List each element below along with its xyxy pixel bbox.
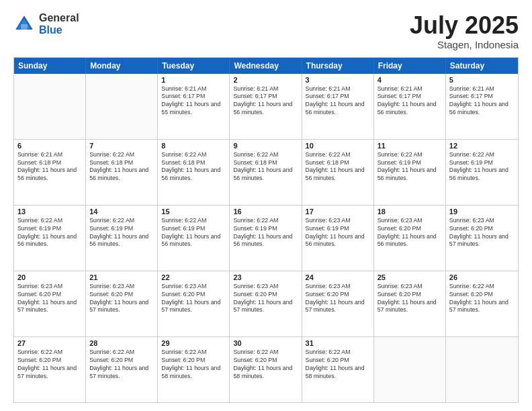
- svg-rect-2: [21, 24, 28, 30]
- calendar-row-4: 27Sunrise: 6:22 AM Sunset: 6:20 PM Dayli…: [14, 336, 518, 402]
- day-cell-empty: [374, 337, 446, 402]
- calendar-row-2: 13Sunrise: 6:22 AM Sunset: 6:19 PM Dayli…: [14, 205, 518, 271]
- day-cell-14: 14Sunrise: 6:22 AM Sunset: 6:19 PM Dayli…: [86, 205, 158, 271]
- day-cell-empty: [86, 74, 158, 139]
- day-number: 30: [233, 339, 298, 347]
- day-number: 14: [89, 208, 154, 216]
- cell-detail: Sunrise: 6:21 AM Sunset: 6:18 PM Dayligh…: [17, 151, 82, 183]
- header: General Blue July 2025 Stagen, Indonesia: [13, 12, 519, 50]
- day-cell-8: 8Sunrise: 6:22 AM Sunset: 6:18 PM Daylig…: [158, 140, 230, 205]
- calendar-body: 1Sunrise: 6:21 AM Sunset: 6:17 PM Daylig…: [14, 74, 518, 402]
- day-cell-empty: [446, 337, 518, 402]
- logo: General Blue: [13, 12, 79, 36]
- day-cell-2: 2Sunrise: 6:21 AM Sunset: 6:17 PM Daylig…: [230, 74, 302, 139]
- day-number: 4: [378, 76, 442, 84]
- logo-text: General Blue: [39, 12, 79, 36]
- day-number: 23: [233, 273, 298, 281]
- logo-blue: Blue: [39, 24, 79, 36]
- day-cell-6: 6Sunrise: 6:21 AM Sunset: 6:18 PM Daylig…: [14, 140, 86, 205]
- day-cell-9: 9Sunrise: 6:22 AM Sunset: 6:18 PM Daylig…: [230, 140, 302, 205]
- day-number: 31: [306, 339, 370, 347]
- day-number: 2: [233, 76, 298, 84]
- location: Stagen, Indonesia: [410, 39, 519, 50]
- day-number: 21: [89, 273, 154, 281]
- day-number: 6: [17, 142, 82, 150]
- cell-detail: Sunrise: 6:22 AM Sunset: 6:20 PM Dayligh…: [449, 283, 515, 315]
- cell-detail: Sunrise: 6:22 AM Sunset: 6:20 PM Dayligh…: [89, 349, 154, 381]
- header-day-sunday: Sunday: [14, 58, 86, 74]
- calendar-row-1: 6Sunrise: 6:21 AM Sunset: 6:18 PM Daylig…: [14, 139, 518, 205]
- day-cell-3: 3Sunrise: 6:21 AM Sunset: 6:17 PM Daylig…: [302, 74, 374, 139]
- calendar: SundayMondayTuesdayWednesdayThursdayFrid…: [13, 57, 519, 403]
- day-number: 11: [378, 142, 442, 150]
- header-day-friday: Friday: [374, 58, 446, 74]
- title-block: July 2025 Stagen, Indonesia: [410, 12, 519, 50]
- day-number: 20: [17, 273, 82, 281]
- day-number: 12: [449, 142, 515, 150]
- cell-detail: Sunrise: 6:22 AM Sunset: 6:20 PM Dayligh…: [161, 349, 226, 381]
- day-cell-13: 13Sunrise: 6:22 AM Sunset: 6:19 PM Dayli…: [14, 205, 86, 271]
- day-number: 28: [89, 339, 154, 347]
- cell-detail: Sunrise: 6:22 AM Sunset: 6:18 PM Dayligh…: [306, 151, 370, 183]
- cell-detail: Sunrise: 6:22 AM Sunset: 6:18 PM Dayligh…: [161, 151, 226, 183]
- cell-detail: Sunrise: 6:23 AM Sunset: 6:20 PM Dayligh…: [89, 283, 154, 315]
- day-cell-30: 30Sunrise: 6:22 AM Sunset: 6:20 PM Dayli…: [230, 337, 302, 402]
- day-number: 7: [89, 142, 154, 150]
- day-number: 3: [306, 76, 370, 84]
- day-cell-16: 16Sunrise: 6:22 AM Sunset: 6:19 PM Dayli…: [230, 205, 302, 271]
- calendar-header: SundayMondayTuesdayWednesdayThursdayFrid…: [14, 58, 518, 74]
- day-cell-26: 26Sunrise: 6:22 AM Sunset: 6:20 PM Dayli…: [446, 271, 518, 336]
- calendar-row-0: 1Sunrise: 6:21 AM Sunset: 6:17 PM Daylig…: [14, 74, 518, 139]
- day-cell-17: 17Sunrise: 6:23 AM Sunset: 6:19 PM Dayli…: [302, 205, 374, 271]
- day-cell-10: 10Sunrise: 6:22 AM Sunset: 6:18 PM Dayli…: [302, 140, 374, 205]
- day-number: 5: [449, 76, 515, 84]
- cell-detail: Sunrise: 6:22 AM Sunset: 6:19 PM Dayligh…: [449, 151, 515, 183]
- cell-detail: Sunrise: 6:22 AM Sunset: 6:19 PM Dayligh…: [89, 217, 154, 249]
- day-cell-31: 31Sunrise: 6:22 AM Sunset: 6:20 PM Dayli…: [302, 337, 374, 402]
- cell-detail: Sunrise: 6:22 AM Sunset: 6:18 PM Dayligh…: [233, 151, 298, 183]
- cell-detail: Sunrise: 6:21 AM Sunset: 6:17 PM Dayligh…: [378, 85, 442, 118]
- day-cell-22: 22Sunrise: 6:23 AM Sunset: 6:20 PM Dayli…: [158, 271, 230, 336]
- day-cell-5: 5Sunrise: 6:21 AM Sunset: 6:17 PM Daylig…: [446, 74, 518, 139]
- cell-detail: Sunrise: 6:21 AM Sunset: 6:17 PM Dayligh…: [449, 85, 515, 118]
- cell-detail: Sunrise: 6:23 AM Sunset: 6:20 PM Dayligh…: [306, 283, 370, 315]
- day-number: 9: [233, 142, 298, 150]
- calendar-row-3: 20Sunrise: 6:23 AM Sunset: 6:20 PM Dayli…: [14, 271, 518, 336]
- cell-detail: Sunrise: 6:22 AM Sunset: 6:19 PM Dayligh…: [378, 151, 442, 183]
- cell-detail: Sunrise: 6:21 AM Sunset: 6:17 PM Dayligh…: [161, 85, 226, 118]
- cell-detail: Sunrise: 6:22 AM Sunset: 6:20 PM Dayligh…: [306, 349, 370, 381]
- cell-detail: Sunrise: 6:21 AM Sunset: 6:17 PM Dayligh…: [233, 85, 298, 118]
- day-number: 15: [161, 208, 226, 216]
- day-cell-27: 27Sunrise: 6:22 AM Sunset: 6:20 PM Dayli…: [14, 337, 86, 402]
- day-cell-24: 24Sunrise: 6:23 AM Sunset: 6:20 PM Dayli…: [302, 271, 374, 336]
- day-number: 29: [161, 339, 226, 347]
- day-number: 1: [161, 76, 226, 84]
- day-cell-23: 23Sunrise: 6:23 AM Sunset: 6:20 PM Dayli…: [230, 271, 302, 336]
- cell-detail: Sunrise: 6:22 AM Sunset: 6:19 PM Dayligh…: [233, 217, 298, 249]
- cell-detail: Sunrise: 6:21 AM Sunset: 6:17 PM Dayligh…: [306, 85, 370, 118]
- day-number: 8: [161, 142, 226, 150]
- header-day-saturday: Saturday: [446, 58, 518, 74]
- day-cell-28: 28Sunrise: 6:22 AM Sunset: 6:20 PM Dayli…: [86, 337, 158, 402]
- logo-general: General: [39, 12, 79, 24]
- cell-detail: Sunrise: 6:23 AM Sunset: 6:20 PM Dayligh…: [161, 283, 226, 315]
- day-cell-12: 12Sunrise: 6:22 AM Sunset: 6:19 PM Dayli…: [446, 140, 518, 205]
- page: General Blue July 2025 Stagen, Indonesia…: [0, 0, 532, 411]
- day-cell-18: 18Sunrise: 6:23 AM Sunset: 6:20 PM Dayli…: [374, 205, 446, 271]
- day-number: 13: [17, 208, 82, 216]
- logo-icon: [13, 13, 35, 35]
- header-day-monday: Monday: [86, 58, 158, 74]
- header-day-wednesday: Wednesday: [230, 58, 302, 74]
- header-day-thursday: Thursday: [302, 58, 374, 74]
- day-number: 16: [233, 208, 298, 216]
- day-cell-1: 1Sunrise: 6:21 AM Sunset: 6:17 PM Daylig…: [158, 74, 230, 139]
- day-number: 17: [306, 208, 370, 216]
- cell-detail: Sunrise: 6:23 AM Sunset: 6:20 PM Dayligh…: [17, 283, 82, 315]
- day-number: 22: [161, 273, 226, 281]
- cell-detail: Sunrise: 6:22 AM Sunset: 6:19 PM Dayligh…: [161, 217, 226, 249]
- month-year: July 2025: [410, 12, 519, 39]
- day-cell-11: 11Sunrise: 6:22 AM Sunset: 6:19 PM Dayli…: [374, 140, 446, 205]
- cell-detail: Sunrise: 6:22 AM Sunset: 6:20 PM Dayligh…: [233, 349, 298, 381]
- day-cell-4: 4Sunrise: 6:21 AM Sunset: 6:17 PM Daylig…: [374, 74, 446, 139]
- day-cell-7: 7Sunrise: 6:22 AM Sunset: 6:18 PM Daylig…: [86, 140, 158, 205]
